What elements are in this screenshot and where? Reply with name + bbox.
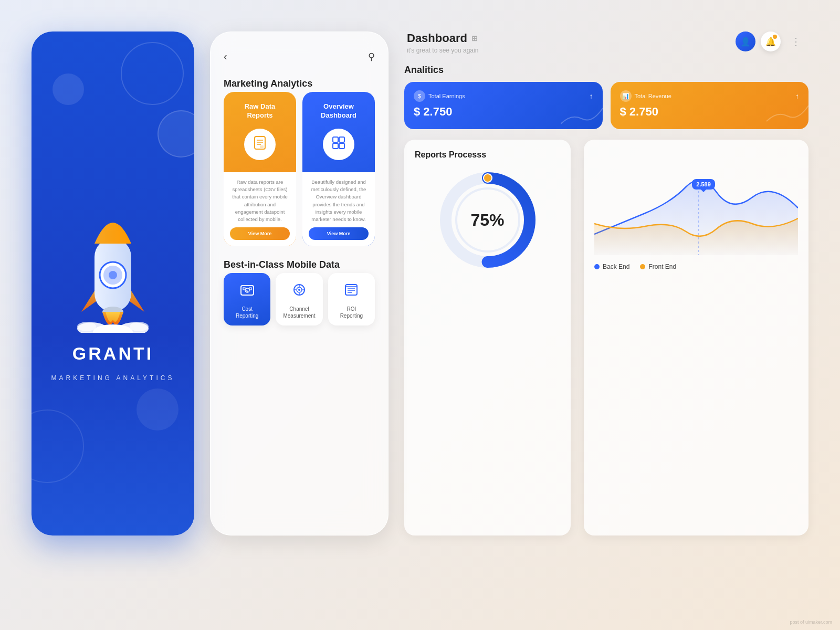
reports-process-title: Reports Processs (415, 150, 486, 160)
raw-data-icon-circle (244, 129, 276, 160)
brand-name: GRANTI (72, 343, 153, 364)
dashboard-title: Dashboard ⊞ (407, 32, 478, 45)
legend-dot-frontend (640, 264, 645, 269)
bg-circle-3 (158, 110, 194, 158)
revenue-arrow: ↑ (795, 92, 799, 100)
analytics-cards: $ Total Earnings ↑ $ 2.750 📊 Total Reven… (404, 82, 808, 129)
overview-label: Overview Dashboard (310, 102, 367, 120)
raw-data-card: Raw Data Reports (224, 92, 296, 246)
dashboard-grid-icon: ⊞ (471, 34, 478, 43)
raw-data-label: Raw Data Reports (232, 102, 288, 120)
legend-backend: Back End (594, 263, 629, 270)
channel-measurement-card[interactable]: ChannelMeasurement (276, 273, 322, 326)
donut-chart: 75% (435, 167, 540, 272)
svg-rect-16 (339, 137, 344, 142)
svg-rect-14 (260, 145, 264, 148)
revenue-chart-icon: 📊 (620, 90, 632, 102)
left-panel-content: GRANTI MARKETING ANALYTICS (51, 186, 175, 382)
svg-point-26 (298, 289, 300, 291)
right-panel: Dashboard ⊞ it's great to see you again … (404, 32, 808, 536)
svg-point-9 (130, 322, 149, 331)
overview-dash-card: Overview Dashboard (302, 92, 375, 246)
raw-data-card-bottom: Raw data reports are spreadsheets (CSV f… (224, 172, 296, 247)
total-revenue-card: 📊 Total Revenue ↑ $ 2.750 (611, 82, 809, 129)
donut-percent-label: 75% (471, 211, 505, 230)
search-button[interactable]: ⚲ (368, 51, 375, 62)
marketing-analytics-section: Marketing Analytics Raw Data Reports (224, 78, 375, 246)
roi-reporting-label: ROIReporting (340, 306, 363, 319)
analytics-title: Analitics (404, 65, 808, 76)
report-cards: Raw Data Reports (224, 92, 375, 246)
cost-reporting-icon: $ (240, 282, 255, 300)
cost-reporting-label: CostReporting (236, 306, 258, 319)
mobile-data-section: Best-in-Class Mobile Data $ CostReportin… (224, 259, 375, 326)
total-revenue-header: 📊 Total Revenue ↑ (620, 90, 800, 102)
notifications-button[interactable]: 🔔 (761, 32, 781, 51)
bg-circle-1 (121, 42, 184, 105)
svg-rect-15 (333, 137, 338, 142)
svg-rect-17 (333, 143, 338, 149)
raw-data-icon (253, 135, 267, 153)
earnings-wave (561, 103, 603, 129)
main-container: GRANTI MARKETING ANALYTICS ‹ ⚲ Marketing… (0, 0, 840, 630)
channel-measurement-icon (292, 282, 307, 300)
chart-tooltip: 2.589 (692, 179, 715, 190)
mobile-data-cards: $ CostReporting (224, 273, 375, 326)
rocket-container (60, 186, 165, 333)
svg-point-39 (484, 174, 492, 182)
overview-icon (331, 135, 346, 153)
overview-view-more[interactable]: View More (309, 227, 369, 240)
chart-legend: Back End Front End (594, 263, 798, 270)
dashboard-title-group: Dashboard ⊞ it's great to see you again (407, 32, 478, 54)
user-avatar-button[interactable]: 👤 (736, 32, 755, 51)
svg-point-8 (77, 322, 96, 331)
marketing-analytics-title: Marketing Analytics (224, 78, 375, 89)
donut-section: Reports Processs (404, 140, 571, 536)
raw-data-card-top: Raw Data Reports (224, 92, 296, 172)
dashboard-icons: 👤 🔔 ⋮ (736, 32, 806, 51)
bg-circle-4 (32, 410, 84, 483)
analytics-section: Analitics $ Total Earnings ↑ $ 2.750 (404, 65, 808, 129)
bg-circle-5 (136, 388, 178, 430)
earnings-arrow: ↑ (590, 92, 593, 100)
left-panel: GRANTI MARKETING ANALYTICS (32, 32, 194, 536)
revenue-wave (766, 103, 808, 129)
brand-subtitle: MARKETING ANALYTICS (51, 374, 175, 382)
total-revenue-label: Total Revenue (635, 93, 671, 99)
legend-frontend-label: Front End (648, 263, 676, 270)
svg-rect-23 (249, 288, 251, 290)
bg-circle-2 (52, 74, 84, 105)
legend-dot-backend (594, 264, 600, 269)
back-button[interactable]: ‹ (224, 50, 227, 62)
total-earnings-header: $ Total Earnings ↑ (414, 90, 593, 102)
dollar-icon: $ (414, 90, 425, 102)
total-earnings-card: $ Total Earnings ↑ $ 2.750 (404, 82, 603, 129)
overview-icon-circle (323, 129, 354, 160)
chart-area: 2.589 (594, 150, 798, 255)
svg-rect-22 (243, 288, 245, 290)
raw-data-view-more[interactable]: View More (230, 227, 290, 240)
watermark: post of uimaker.com (790, 620, 832, 625)
middle-header: ‹ ⚲ (224, 48, 375, 65)
chart-section: 2.589 (584, 140, 808, 536)
roi-reporting-icon (344, 282, 359, 300)
overview-card-bottom: Beautifully designed and meticulously de… (302, 172, 375, 247)
svg-rect-31 (345, 285, 357, 295)
dashboard-header: Dashboard ⊞ it's great to see you again … (404, 32, 808, 54)
line-chart-svg (594, 150, 798, 255)
notification-badge (773, 35, 777, 39)
dashboard-subtitle: it's great to see you again (407, 47, 478, 54)
overview-desc: Beautifully designed and meticulously de… (309, 178, 369, 224)
middle-panel: ‹ ⚲ Marketing Analytics Raw Data Reports (210, 32, 388, 536)
legend-frontend: Front End (640, 263, 676, 270)
svg-point-3 (109, 271, 117, 279)
overview-card-top: Overview Dashboard (302, 92, 375, 172)
reports-section: Reports Processs (404, 140, 808, 536)
roi-reporting-card[interactable]: ROIReporting (328, 273, 375, 326)
cost-reporting-card[interactable]: $ CostReporting (224, 273, 270, 326)
legend-backend-label: Back End (603, 263, 629, 270)
channel-measurement-label: ChannelMeasurement (283, 306, 315, 319)
rocket-illustration (71, 196, 155, 333)
total-earnings-label: Total Earnings (428, 93, 465, 99)
more-options-button[interactable]: ⋮ (786, 32, 806, 51)
